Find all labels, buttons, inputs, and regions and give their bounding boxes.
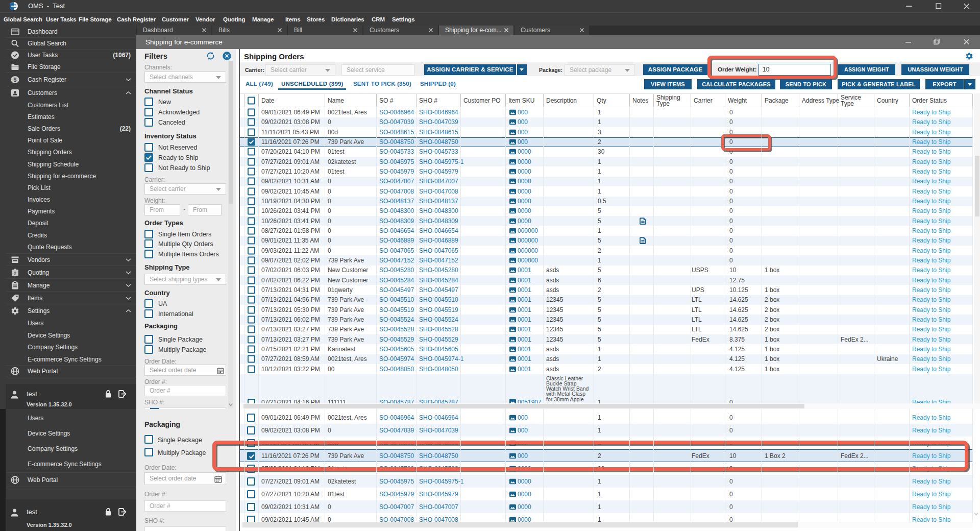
svg-text:?: ? bbox=[14, 270, 17, 276]
svg-text:$: $ bbox=[14, 76, 17, 82]
